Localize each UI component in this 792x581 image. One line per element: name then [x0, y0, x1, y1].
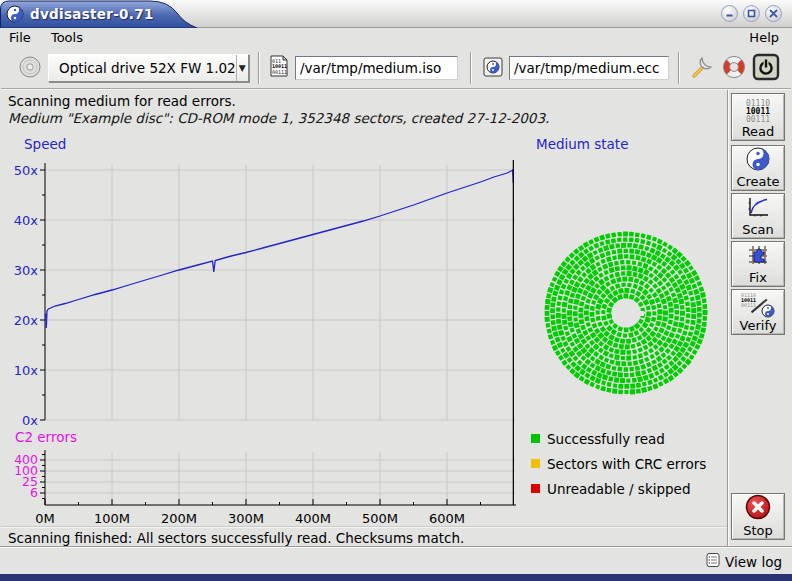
- svg-text:25: 25: [22, 474, 38, 489]
- menu-tools[interactable]: Tools: [43, 29, 91, 46]
- chevron-down-icon: ▼: [236, 55, 248, 81]
- menu-help[interactable]: Help: [743, 30, 785, 45]
- close-button[interactable]: [765, 5, 782, 22]
- minimize-button[interactable]: [721, 5, 738, 22]
- scan-result-status: Scanning finished: All sectors successfu…: [8, 530, 464, 546]
- svg-text:400M: 400M: [295, 511, 331, 526]
- iso-path-input[interactable]: [295, 56, 458, 80]
- fix-button[interactable]: Fix: [731, 241, 785, 287]
- drive-selector-dropdown[interactable]: Optical drive 52X FW 1.02 ▼: [48, 54, 249, 82]
- toolbar-separator: [470, 52, 472, 84]
- preferences-wrench-icon[interactable]: [689, 54, 715, 83]
- verify-compare-icon: 01110 10011 00111: [741, 293, 775, 318]
- green-swatch-icon: [531, 434, 540, 443]
- action-heading: Scanning medium for read errors.: [8, 93, 236, 109]
- toolbar-separator: [258, 52, 260, 84]
- svg-text:40x: 40x: [14, 213, 39, 228]
- ecc-path-input[interactable]: [509, 56, 669, 80]
- svg-text:0M: 0M: [35, 511, 55, 526]
- svg-text:30x: 30x: [14, 263, 39, 278]
- stop-button[interactable]: Stop: [731, 493, 785, 540]
- menu-bar: File Tools Help: [1, 29, 791, 47]
- maximize-button[interactable]: [743, 5, 760, 22]
- medium-info-line: Medium "Example disc": CD-ROM mode 1, 35…: [8, 110, 549, 126]
- medium-state-title: Medium state: [536, 136, 628, 152]
- speed-chart-title: Speed: [24, 136, 66, 152]
- c2-errors-chart-title: C2 errors: [15, 429, 77, 445]
- svg-text:6: 6: [30, 485, 38, 500]
- log-document-icon: [705, 552, 721, 571]
- window-bottom-border: [0, 574, 792, 581]
- ecc-file-icon: [481, 55, 505, 82]
- title-bar: dvdisaster-0.71: [0, 0, 792, 28]
- statusbar-separator: [1, 526, 727, 528]
- yinyang-app-icon: [6, 5, 24, 23]
- drive-selector-value: Optical drive 52X FW 1.02: [49, 60, 236, 76]
- yellow-swatch-icon: [531, 459, 540, 468]
- create-button[interactable]: Create: [731, 145, 785, 191]
- legend-item-successfully-read: Successfully read: [531, 426, 706, 451]
- scan-graph-icon: [746, 195, 770, 222]
- legend-item-unreadable: Unreadable / skipped: [531, 476, 706, 501]
- svg-text:600M: 600M: [429, 511, 465, 526]
- red-swatch-icon: [531, 484, 540, 493]
- toolbar: Optical drive 52X FW 1.02 ▼ 011 10011 00…: [1, 47, 791, 89]
- menu-file[interactable]: File: [1, 29, 39, 46]
- stop-x-icon: [745, 494, 771, 523]
- read-button[interactable]: 01110 10011 00111 Read: [731, 93, 785, 141]
- svg-text:100: 100: [14, 463, 38, 478]
- yinyang-icon: [746, 147, 770, 174]
- legend-item-crc-errors: Sectors with CRC errors: [531, 451, 706, 476]
- yinyang-icon: [761, 304, 775, 318]
- medium-state-legend: Successfully read Sectors with CRC error…: [531, 426, 706, 501]
- toolbar-separator: [678, 52, 680, 84]
- optical-disc-icon: [18, 55, 42, 82]
- svg-text:20x: 20x: [14, 313, 39, 328]
- puzzle-icon: [746, 243, 770, 270]
- svg-text:200M: 200M: [161, 511, 197, 526]
- app-window: dvdisaster-0.71 File Tools Help Optical …: [0, 0, 792, 581]
- svg-text:100M: 100M: [94, 511, 130, 526]
- svg-text:500M: 500M: [362, 511, 398, 526]
- verify-button[interactable]: 01110 10011 00111 Verify: [731, 289, 785, 335]
- iso-image-file-icon: 011 10011 00111: [267, 54, 291, 81]
- binary-read-icon: 01110 10011 00111: [746, 100, 770, 124]
- quit-power-icon[interactable]: [752, 53, 780, 84]
- sidebar-separator: [727, 90, 729, 546]
- window-controls: [721, 5, 782, 22]
- svg-text:00111: 00111: [272, 69, 287, 75]
- scan-button[interactable]: Scan: [731, 193, 785, 239]
- window-title: dvdisaster-0.71: [30, 6, 154, 22]
- svg-text:300M: 300M: [228, 511, 264, 526]
- footer-separator: [0, 546, 792, 548]
- svg-text:0x: 0x: [22, 413, 38, 428]
- medium-state-disc: [545, 232, 708, 395]
- svg-text:10x: 10x: [14, 363, 39, 378]
- svg-text:400: 400: [14, 452, 38, 467]
- svg-text:50x: 50x: [14, 163, 39, 178]
- help-lifebelt-icon[interactable]: [721, 54, 747, 83]
- view-log-button[interactable]: View log: [705, 552, 782, 571]
